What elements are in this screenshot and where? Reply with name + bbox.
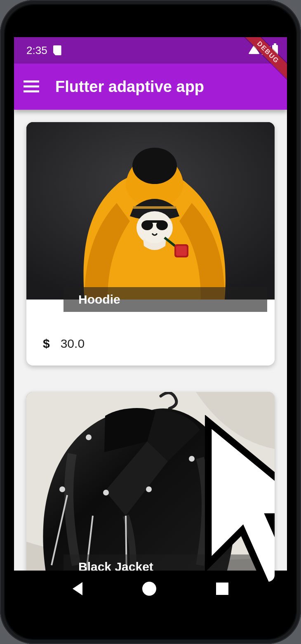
- product-name-strip: Hoodie: [63, 287, 267, 312]
- currency-symbol: $: [43, 337, 50, 351]
- nav-back-button[interactable]: [73, 582, 82, 595]
- leather-jacket-illustration: [26, 392, 275, 582]
- product-image-hoodie: Hoodie: [26, 122, 275, 300]
- hoodie-illustration: [26, 122, 275, 300]
- sd-card-icon: [53, 45, 61, 55]
- hamburger-icon: [24, 80, 39, 93]
- product-image-jacket: Black Jacket: [26, 392, 275, 582]
- status-left: 2:35: [26, 44, 61, 57]
- svg-rect-13: [176, 246, 187, 256]
- menu-button[interactable]: [22, 78, 40, 96]
- phone-frame: DEBUG 2:35: [0, 0, 301, 644]
- svg-point-5: [132, 148, 177, 184]
- screen: DEBUG 2:35: [14, 37, 287, 607]
- svg-rect-1: [24, 85, 39, 87]
- nav-home-button[interactable]: [142, 582, 156, 596]
- android-nav-bar: [14, 571, 287, 607]
- svg-point-21: [146, 486, 152, 492]
- product-price: 30.0: [61, 337, 85, 351]
- svg-point-19: [189, 456, 195, 462]
- svg-point-18: [86, 434, 92, 440]
- svg-rect-2: [24, 90, 39, 92]
- product-list[interactable]: Hoodie $ 30.0: [14, 110, 287, 607]
- status-time: 2:35: [26, 44, 47, 57]
- svg-rect-0: [24, 80, 39, 83]
- product-name: Hoodie: [78, 293, 120, 307]
- svg-rect-10: [147, 220, 162, 223]
- svg-rect-6: [133, 206, 176, 209]
- product-card[interactable]: Hoodie $ 30.0: [26, 122, 275, 366]
- app-bar: Flutter adaptive app: [14, 64, 287, 110]
- nav-recent-button[interactable]: [216, 583, 228, 595]
- svg-point-22: [59, 486, 65, 492]
- app-title: Flutter adaptive app: [55, 78, 204, 96]
- phone-inner: DEBUG 2:35: [5, 5, 296, 639]
- status-bar: 2:35: [14, 37, 287, 64]
- product-card[interactable]: Black Jacket: [26, 392, 275, 582]
- svg-point-20: [103, 490, 109, 495]
